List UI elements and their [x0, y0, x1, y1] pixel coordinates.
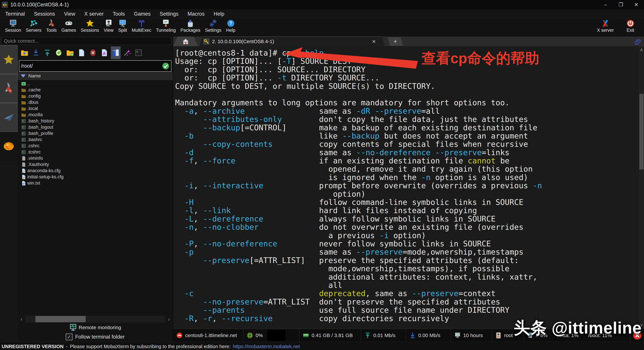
file-row[interactable]: anaconda-ks.cfg: [18, 167, 173, 174]
file-row[interactable]: .bash_profile: [18, 130, 173, 136]
xserver-icon: [601, 19, 610, 28]
file-row[interactable]: .bashrc: [18, 136, 173, 143]
paperclip-icon[interactable]: [634, 38, 641, 45]
file-tool-split-view-button[interactable]: [111, 46, 120, 59]
toolbar-button-exit[interactable]: Exit: [624, 19, 637, 33]
follow-terminal-folder-checkbox[interactable]: ✓: [66, 333, 72, 340]
toolbar-label: Exit: [626, 28, 634, 33]
mobaxterm-window: 10.0.0.100(CentOS8.4-1) – ❐ ✕ TerminalSe…: [0, 0, 644, 350]
sidebar-tab-paper-plane[interactable]: [0, 103, 18, 132]
file-list: ...cache.config.dbus.local.mozilla.bash_…: [18, 80, 173, 315]
file-row[interactable]: .bash_logout: [18, 124, 173, 130]
file-row[interactable]: .cshrc: [18, 143, 173, 149]
file-name: .bash_profile: [27, 131, 53, 136]
path-input[interactable]: /root/: [21, 63, 162, 69]
toolbar-button-view[interactable]: View: [102, 19, 116, 33]
file-row[interactable]: .mozilla: [18, 112, 173, 118]
toolbar-button-tools[interactable]: Tools: [44, 19, 59, 33]
menu-item-sessions[interactable]: Sessions: [29, 9, 60, 19]
close-button[interactable]: ✕: [628, 0, 644, 9]
toolbar-label: Help: [226, 28, 236, 33]
file-tool-terminal-btn-button[interactable]: [134, 46, 144, 59]
toolbar-button-sessions[interactable]: Sessions: [78, 19, 102, 33]
menu-item-tools[interactable]: Tools: [108, 9, 129, 19]
terminal-line: additional attributes: context, links, x…: [175, 273, 542, 281]
sidebar-tab-star[interactable]: [0, 45, 18, 74]
menu-item-view[interactable]: View: [60, 9, 80, 19]
toolbar-label: Tunneling: [156, 28, 176, 33]
file-tool-rename-button[interactable]: A: [100, 46, 109, 59]
scroll-left-icon[interactable]: ‹: [18, 316, 25, 322]
file-tool-folder-new-button[interactable]: [65, 46, 75, 59]
file-tool-upload-button[interactable]: [42, 46, 52, 59]
file-tool-refresh-button[interactable]: [54, 46, 64, 59]
remote-monitoring-button[interactable]: Remote monitoring: [18, 323, 173, 332]
new-tab-button[interactable]: +: [388, 38, 403, 45]
file-row[interactable]: .config: [18, 93, 173, 99]
home-tab[interactable]: [173, 37, 198, 46]
menu-item-macros[interactable]: Macros: [183, 9, 209, 19]
file-tool-file-new-button[interactable]: [77, 46, 86, 59]
terminal-line: --backup[=CONTROL] make a backup of each…: [175, 124, 542, 132]
toolbar-button-games[interactable]: Games: [59, 19, 78, 33]
file-tool-download-button[interactable]: [31, 46, 41, 59]
scroll-track[interactable]: [25, 316, 165, 322]
file-name: win.txt: [27, 181, 40, 186]
minimize-button[interactable]: –: [598, 0, 613, 9]
maximize-button[interactable]: ❐: [613, 0, 628, 9]
terminal-line: -c deprecated, same as --preserve=contex…: [175, 289, 542, 298]
file-new-icon: [78, 49, 85, 57]
scroll-thumb[interactable]: [36, 316, 86, 322]
file-row[interactable]: ..: [18, 81, 173, 87]
terminal-screen[interactable]: [root@centos8-1 data]# cp --helpUsage: c…: [173, 46, 644, 329]
file-row[interactable]: .viminfo: [18, 155, 173, 161]
file-list-header[interactable]: Name: [18, 72, 173, 80]
toolbar-button-session[interactable]: Session: [3, 19, 24, 33]
file-row[interactable]: .bash_history: [18, 118, 173, 124]
quick-connect-input[interactable]: Quick connect...: [1, 37, 172, 45]
toolbar-button-split[interactable]: Split: [116, 19, 130, 33]
toolbar-button-servers[interactable]: Servers: [24, 19, 44, 33]
toolbar-button-settings[interactable]: Settings: [203, 19, 224, 33]
file-row[interactable]: .local: [18, 105, 173, 112]
status-value: 0.01 Mb/s: [373, 332, 396, 338]
menu-item-games[interactable]: Games: [129, 9, 155, 19]
toolbar-button-packages[interactable]: Packages: [178, 19, 203, 33]
scroll-right-icon[interactable]: ›: [165, 316, 173, 322]
menu-item-x-server[interactable]: X server: [80, 9, 108, 19]
terminal-line: -a, --archive same as -dR --preserve=all: [175, 107, 542, 115]
session-tab-active[interactable]: 2. 10.0.0.100(CentOS8.4-1) ✕: [200, 37, 385, 46]
status-value: 0%: [256, 332, 263, 338]
sidebar-tab-globe[interactable]: [0, 132, 18, 161]
file-tool-wand-button[interactable]: [122, 46, 132, 59]
terminal-scrollbar[interactable]: ∧ ∨: [639, 46, 644, 329]
sidebar-tab-swiss-knife[interactable]: [0, 74, 18, 103]
license-separator: -: [66, 344, 68, 349]
file-row[interactable]: win.txt: [18, 180, 173, 186]
tab-close-icon[interactable]: ✕: [372, 39, 381, 45]
toolbar-button-tunneling[interactable]: Tunneling: [154, 19, 178, 33]
toolbar-button-x-server[interactable]: X server: [594, 19, 616, 33]
license-link[interactable]: https://mobaxterm.mobatek.net: [233, 344, 300, 349]
toolbar-button-multiexec[interactable]: MultiExec: [129, 19, 154, 33]
path-confirm-button[interactable]: [162, 62, 170, 70]
menu-item-help[interactable]: Help: [209, 9, 229, 19]
file-row[interactable]: .dbus: [18, 99, 173, 105]
file-row[interactable]: .cache: [18, 87, 173, 93]
file-row[interactable]: initial-setup-ks.cfg: [18, 174, 173, 180]
toolbar-button-help[interactable]: ?Help: [224, 19, 238, 33]
menu-item-settings[interactable]: Settings: [155, 9, 183, 19]
file-tool-folder-up-button[interactable]: [20, 46, 29, 59]
file-name: initial-setup-ks.cfg: [27, 174, 64, 180]
user-icon: [495, 332, 502, 339]
terminal-scroll-thumb[interactable]: [639, 94, 644, 169]
file-tool-delete-button[interactable]: [88, 46, 98, 59]
follow-terminal-folder-row[interactable]: ✓ Follow terminal folder: [18, 332, 173, 342]
file-row[interactable]: .Xauthority: [18, 161, 173, 167]
scroll-up-icon[interactable]: ∧: [639, 47, 644, 52]
horizontal-scrollbar[interactable]: ‹ ›: [18, 315, 173, 323]
menu-item-terminal[interactable]: Terminal: [1, 9, 29, 19]
file-row[interactable]: .tcshrc: [18, 149, 173, 155]
folder-up-icon: [21, 49, 28, 57]
left-panel-body: A /root/ Name ...cache.config.dbus.local…: [0, 45, 173, 342]
